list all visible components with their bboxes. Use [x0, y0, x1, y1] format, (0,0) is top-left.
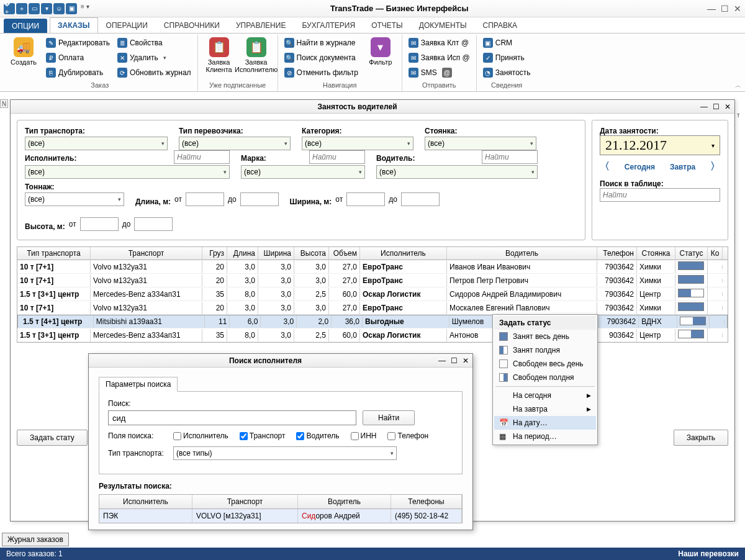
brand-search-input[interactable]	[309, 150, 365, 164]
hei-from-input[interactable]	[80, 217, 119, 231]
ribbon-tab-operations[interactable]: ОПЕРАЦИИ	[98, 17, 156, 33]
accept-button[interactable]: ✓Принять	[481, 51, 533, 65]
len-from-input[interactable]	[186, 192, 224, 206]
grid-header[interactable]: Водитель	[447, 247, 597, 260]
grid-header[interactable]: Ко	[708, 247, 723, 260]
today-button[interactable]: Сегодня	[625, 163, 655, 171]
refresh-button[interactable]: ⟳Обновить журнал	[115, 66, 194, 79]
cb-inn[interactable]: ИНН	[351, 431, 377, 440]
ctx-item[interactable]: На завтра▶	[494, 402, 596, 416]
ribbon-tab-file[interactable]: ОПЦИИ	[4, 19, 47, 33]
find-journal-button[interactable]: 🔍Найти в журнале	[282, 36, 361, 50]
ctx-item[interactable]: Свободен весь день	[494, 357, 596, 371]
park-select[interactable]: (все)▾	[425, 137, 536, 150]
crm-button[interactable]: ▣CRM	[481, 36, 533, 50]
grid-header[interactable]: Стоянка	[637, 247, 675, 260]
maximize-icon[interactable]: ☐	[721, 4, 729, 14]
busy-button[interactable]: ◔Занятость	[481, 66, 533, 79]
create-button[interactable]: 🚚 Создать	[6, 36, 41, 81]
cb-tel[interactable]: Телефон	[387, 431, 428, 440]
ribbon-tab-help[interactable]: СПРАВКА	[475, 17, 526, 33]
exec-select[interactable]: (все)▾	[25, 165, 230, 179]
exec-search-input[interactable]	[174, 150, 230, 164]
find-button[interactable]: Найти	[363, 410, 415, 425]
qat-btn-1[interactable]: �＋	[4, 3, 15, 14]
qat-more-icon[interactable]: ≡ ▾	[78, 3, 92, 14]
grid-header[interactable]: Тип транспорта	[17, 247, 91, 260]
grid-row[interactable]: 1.5 т [3+1] центрMercedes-Benz a334ап313…	[17, 287, 728, 301]
grid-row[interactable]: 10 т [7+1]Volvo м132уа31203,03,03,027,0Е…	[17, 274, 728, 287]
ribbon-tab-manage[interactable]: УПРАВЛЕНИЕ	[228, 17, 294, 33]
pay-button[interactable]: ₽Оплата	[43, 51, 112, 65]
child-minimize-icon[interactable]: —	[700, 102, 708, 111]
send-sms-button[interactable]: ✉SMS @@	[406, 66, 472, 79]
grid-header[interactable]: Ширина	[258, 247, 294, 260]
grid-row[interactable]: 1.5 т [3+1] центрMercedes-Benz a334ап313…	[17, 328, 728, 342]
date-next-icon[interactable]: 〉	[710, 160, 720, 173]
driver-select[interactable]: (все)▾	[376, 165, 538, 179]
table-search-input[interactable]	[600, 188, 720, 202]
cb-driver[interactable]: Водитель	[296, 431, 339, 440]
qat-btn-5[interactable]: ☺	[53, 3, 65, 14]
send-isp-button[interactable]: ✉Заявка Исп @	[406, 51, 472, 65]
set-status-button[interactable]: Задать стату	[17, 430, 88, 446]
dlg-close-icon[interactable]: ✕	[463, 356, 469, 365]
filter-button[interactable]: ▾Фильтр	[363, 36, 398, 81]
dlg-maximize-icon[interactable]: ☐	[451, 356, 458, 365]
journal-tab[interactable]: Журнал заказов	[2, 533, 69, 546]
ribbon-tab-accounting[interactable]: БУХГАЛТЕРИЯ	[294, 17, 363, 33]
delete-button[interactable]: ✕Удалить▾	[115, 51, 194, 65]
qat-btn-2[interactable]: ＋	[16, 3, 27, 14]
len-to-input[interactable]	[240, 192, 279, 206]
ribbon-tab-orders[interactable]: ЗАКАЗЫ	[50, 17, 97, 33]
wid-from-input[interactable]	[346, 192, 385, 206]
exec-request-button[interactable]: 📋Заявка Исполнителю	[239, 36, 274, 81]
grid-header[interactable]: Высота	[294, 247, 329, 260]
ribbon-tab-refs[interactable]: СПРАВОЧНИКИ	[156, 17, 228, 33]
ctx-item[interactable]: На сегодня▶	[494, 389, 596, 402]
ctx-item[interactable]: Свободен полдня	[494, 371, 596, 384]
ribbon-tab-documents[interactable]: ДОКУМЕНТЫ	[411, 17, 475, 33]
result-row[interactable]: ПЭК VOLVO [м132уа31] Сидоров Андрей (495…	[99, 509, 462, 523]
driver-search-input[interactable]	[482, 150, 538, 164]
dup-button[interactable]: ⎘Дублировать	[43, 66, 112, 79]
tomorrow-button[interactable]: Завтра	[670, 163, 695, 171]
cat-select[interactable]: (все)▾	[302, 137, 413, 150]
ctx-item[interactable]: 📅На дату…	[494, 416, 596, 430]
wid-to-input[interactable]	[401, 192, 440, 206]
cb-transport[interactable]: Транспорт	[240, 431, 286, 440]
ton-select[interactable]: (все)▾	[25, 192, 124, 206]
ribbon-tab-reports[interactable]: ОТЧЕТЫ	[363, 17, 411, 33]
carrier-select[interactable]: (все)▾	[179, 137, 291, 150]
search-doc-button[interactable]: 🔍Поиск документа	[282, 51, 361, 65]
ctx-item[interactable]: ▦На период…	[494, 430, 596, 443]
search-input[interactable]	[108, 410, 356, 425]
dlg-tab-params[interactable]: Параметры поиска	[99, 377, 178, 392]
close-button[interactable]: Закрыть	[674, 430, 728, 446]
ctx-item[interactable]: Занят полдня	[494, 343, 596, 357]
grid-header[interactable]: Исполнитель	[360, 247, 447, 260]
ribbon-collapse-icon[interactable]: ︿	[735, 81, 741, 90]
qat-btn-3[interactable]: ▭	[29, 3, 40, 14]
qat-btn-6[interactable]: ▣	[66, 3, 77, 14]
brand-select[interactable]: (все)▾	[241, 165, 365, 179]
grid-header[interactable]: Груз	[202, 247, 227, 260]
type-select[interactable]: (все типы)▾	[173, 446, 397, 460]
edit-button[interactable]: ✎Редактировать	[43, 36, 112, 50]
grid-row[interactable]: 1.5 т [4+1] центрMitsibishi a139аа31116,…	[17, 315, 728, 328]
date-prev-icon[interactable]: 〈	[600, 160, 610, 173]
send-klt-button[interactable]: ✉Заявка Клт @	[406, 36, 472, 50]
hei-to-input[interactable]	[134, 217, 173, 231]
trtype-select[interactable]: (все)▾	[25, 137, 168, 150]
grid-row[interactable]: 10 т [7+1]Volvo м132уа31203,03,03,027,0Е…	[17, 301, 728, 315]
cb-exec[interactable]: Исполнитель	[173, 431, 228, 440]
props-button[interactable]: ≣Свойства	[115, 36, 194, 50]
client-request-button[interactable]: 📋Заявка Клиента	[202, 36, 237, 81]
child-maximize-icon[interactable]: ☐	[713, 102, 720, 111]
qat-btn-4[interactable]: ▾	[41, 3, 52, 14]
grid-header[interactable]: Телефон	[597, 247, 637, 260]
dlg-minimize-icon[interactable]: —	[438, 356, 446, 365]
cancel-filter-button[interactable]: ⊘Отменить фильтр	[282, 66, 361, 79]
grid-header[interactable]: Длина	[227, 247, 258, 260]
grid-header[interactable]: Статус	[675, 247, 708, 260]
